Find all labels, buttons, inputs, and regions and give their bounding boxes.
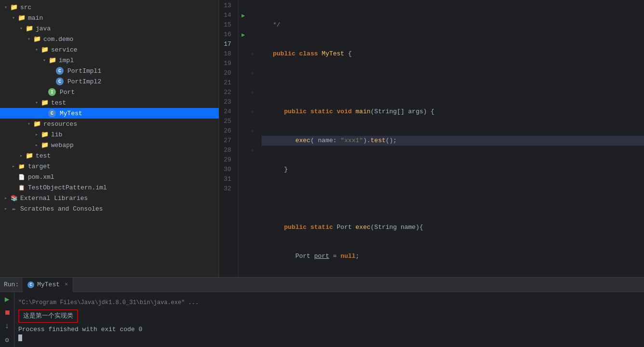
run-label: Run:: [0, 281, 23, 288]
code-line-19: [262, 194, 644, 203]
libs-icon: 📚: [10, 194, 18, 202]
arrow-icon: [33, 47, 40, 53]
sidebar-item-target[interactable]: 📁 target: [0, 161, 219, 172]
process-finished-line: Process finished with exit code 0: [18, 325, 640, 334]
folder-icon: [10, 3, 18, 12]
code-line-20: public static Port exec(String name){: [262, 223, 644, 232]
run-settings-button[interactable]: ⚙: [2, 334, 13, 345]
sidebar-item-label: Scratches and Consoles: [20, 205, 103, 213]
line-numbers: 13 14 15 16 17 18 19 20 21 22 23 24 25 2…: [219, 0, 238, 277]
cursor-line: [18, 334, 640, 341]
arrow-icon: [17, 153, 25, 159]
fold-icon: ◦: [251, 90, 254, 95]
fold-icon: ◦: [251, 129, 254, 134]
sidebar-item-label: test: [36, 152, 51, 160]
sidebar-item-label: webapp: [51, 142, 74, 149]
folder-icon: [33, 35, 41, 43]
folder-icon: [40, 141, 49, 149]
folder-icon: [17, 13, 26, 22]
folder-icon: [25, 24, 34, 33]
scratch-icon: ✏️: [10, 204, 18, 213]
sidebar-item-java[interactable]: java: [0, 23, 219, 34]
folder-icon: 📁: [17, 162, 26, 171]
sidebar-item-lib[interactable]: lib: [0, 129, 219, 140]
breakpoint-gutter: ▶ ▶: [238, 0, 248, 277]
run-play-button[interactable]: ▶: [2, 294, 13, 305]
sidebar-item-test[interactable]: test: [0, 97, 219, 108]
folder-icon: [33, 120, 41, 128]
sidebar-item-label: PortImpl2: [67, 78, 101, 85]
fold-gutter: ◦ ◦ ◦ ◦ ◦ ◦: [248, 0, 258, 277]
code-line-13: */: [262, 20, 644, 30]
sidebar-item-label: TestObjectPattern.iml: [28, 184, 107, 191]
sidebar-item-label: lib: [51, 131, 62, 138]
xml-icon: 📄: [17, 173, 26, 181]
sidebar-item-resources[interactable]: resources: [0, 119, 219, 129]
fold-icon: ◦: [251, 109, 254, 115]
sidebar-item-impl[interactable]: impl: [0, 55, 219, 66]
sidebar-item-label: impl: [59, 57, 74, 64]
arrow-icon: [2, 4, 10, 10]
sidebar-item-test2[interactable]: test: [0, 150, 219, 161]
interface-icon: [48, 88, 56, 96]
iml-icon: 📋: [17, 183, 26, 192]
run-arrow-icon: ▶: [241, 12, 245, 19]
class-icon: [56, 78, 64, 85]
sidebar-item-label: main: [28, 14, 43, 22]
run-tab-label: MyTest: [37, 281, 60, 288]
file-tree: src main java com.demo service: [0, 0, 219, 277]
sidebar-item-service[interactable]: service: [0, 44, 219, 55]
run-arrow-icon: ▶: [241, 31, 245, 39]
fold-icon: ◦: [251, 71, 254, 76]
arrow-icon: [17, 26, 25, 31]
sidebar-item-webapp[interactable]: webapp: [0, 140, 219, 150]
sidebar-item-main[interactable]: main: [0, 13, 219, 23]
arrow-icon: [2, 195, 10, 201]
sidebar-item-label: External Libraries: [20, 195, 88, 202]
sidebar-item-label: MyTest: [60, 110, 82, 117]
sidebar-item-label: com.demo: [43, 36, 73, 43]
folder-icon: [40, 45, 49, 54]
arrow-icon: [33, 142, 40, 148]
cursor: [18, 334, 22, 341]
sidebar-item-label: resources: [43, 120, 77, 128]
run-tab-mytest[interactable]: C MyTest ×: [23, 278, 73, 292]
sidebar-item-label: target: [28, 163, 51, 170]
sidebar-item-port[interactable]: Port: [0, 87, 219, 97]
arrow-icon: [33, 100, 40, 106]
folder-icon: [25, 151, 34, 160]
class-icon: [48, 109, 56, 117]
arrow-icon: [40, 57, 48, 63]
arrow-icon: [25, 36, 33, 42]
sidebar-item-label: service: [51, 46, 78, 53]
sidebar-item-label: java: [36, 25, 51, 32]
sidebar-item-com-demo[interactable]: com.demo: [0, 34, 219, 44]
code-editor[interactable]: 13 14 15 16 17 18 19 20 21 22 23 24 25 2…: [219, 0, 644, 277]
sidebar-item-portimpl1[interactable]: PortImpl1: [0, 66, 219, 76]
code-content[interactable]: */ public class MyTest { public static v…: [258, 0, 644, 277]
cmd-line: "C:\Program Files\Java\jdk1.8.0_31\bin\j…: [18, 298, 640, 307]
class-icon: [56, 67, 64, 75]
run-side-buttons: ▶ ⏹ ↓ ⚙: [0, 292, 14, 347]
editor-area: 13 14 15 16 17 18 19 20 21 22 23 24 25 2…: [219, 0, 644, 277]
sidebar-item-src[interactable]: src: [0, 2, 219, 13]
code-line-15: [262, 78, 644, 88]
sidebar-item-scratches[interactable]: ✏️ Scratches and Consoles: [0, 203, 219, 214]
run-panel: Run: C MyTest × ▶ ⏹ ↓ ⚙ "C:\Program File…: [0, 277, 644, 347]
sidebar-item-label: src: [20, 4, 31, 11]
main-area: src main java com.demo service: [0, 0, 644, 277]
sidebar-item-iml[interactable]: 📋 TestObjectPattern.iml: [0, 182, 219, 193]
arrow-icon: [25, 121, 33, 127]
sidebar-item-portimpl2[interactable]: PortImpl2: [0, 76, 219, 87]
sidebar-item-pom-xml[interactable]: 📄 pom.xml: [0, 172, 219, 182]
fold-icon: ◦: [251, 148, 254, 153]
run-output-area: "C:\Program Files\Java\jdk1.8.0_31\bin\j…: [14, 296, 644, 343]
sidebar-item-mytest[interactable]: MyTest: [0, 108, 219, 119]
run-scroll-button[interactable]: ↓: [2, 321, 13, 332]
arrow-icon: [10, 163, 17, 169]
arrow-icon: [10, 15, 17, 21]
run-stop-button[interactable]: ⏹: [2, 307, 13, 318]
sidebar-item-external-libs[interactable]: 📚 External Libraries: [0, 193, 219, 203]
close-tab-button[interactable]: ×: [65, 281, 68, 288]
code-line-14: public class MyTest {: [262, 49, 644, 59]
